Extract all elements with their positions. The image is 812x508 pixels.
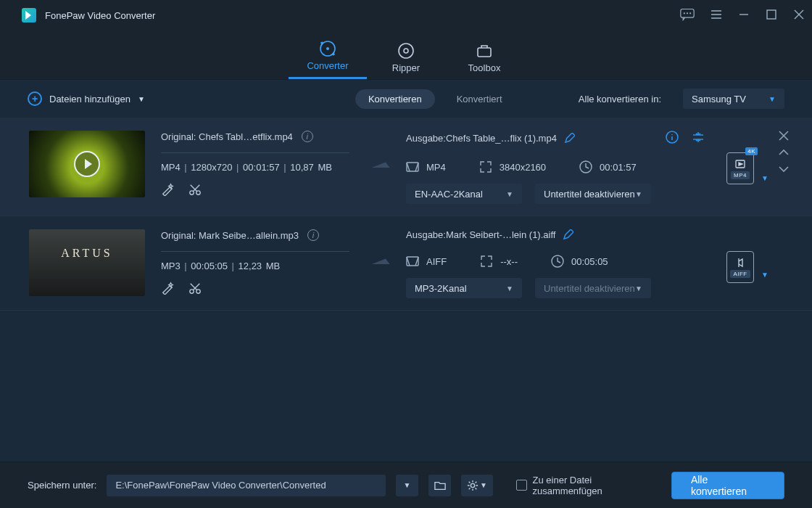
tab-toolbox[interactable]: Toolbox (445, 39, 523, 79)
move-up-icon[interactable] (779, 147, 789, 160)
merge-checkbox[interactable]: Zu einer Datei zusammenfügen (516, 475, 661, 496)
plus-icon: + (28, 91, 42, 106)
media-item[interactable]: Original: Mark Seibe…allein.mp3 i MP300:… (0, 216, 812, 311)
title-bar: FonePaw Video Converter (0, 0, 812, 30)
subtab-convert[interactable]: Konvertieren (355, 89, 435, 109)
output-preset-select[interactable]: Samsung TV ▼ (683, 89, 784, 109)
arrow-icon (362, 131, 406, 204)
rename-icon[interactable] (564, 133, 575, 144)
convert-all-label: Alle konvertieren (691, 474, 765, 497)
duration-icon (551, 255, 564, 268)
svg-point-1 (684, 12, 684, 13)
tab-converter[interactable]: Converter (289, 37, 367, 79)
sub-toolbar: + Dateien hinzufügen ▼ Konvertieren Konv… (0, 80, 812, 118)
divider (161, 251, 349, 252)
output-resolution: 3840x2160 (500, 162, 546, 173)
bottom-bar: Speichern unter: E:\FonePaw\FonePaw Vide… (0, 462, 812, 508)
chevron-down-icon[interactable]: ▼ (761, 174, 768, 182)
svg-rect-9 (478, 48, 491, 57)
output-path-field[interactable]: E:\FonePaw\FonePaw Video Converter\Conve… (107, 475, 385, 496)
output-filename: Ausgabe:Mark Seibert-…lein (1).aiff (406, 229, 555, 240)
tab-converter-label: Converter (289, 60, 367, 71)
output-resolution: --x-- (500, 256, 518, 267)
arrow-icon (362, 229, 406, 298)
subtab-converted[interactable]: Konvertiert (457, 94, 502, 105)
settings-button[interactable]: ▼ (461, 475, 492, 496)
svg-point-2 (687, 12, 688, 13)
output-format: MP4 (426, 162, 446, 173)
svg-point-7 (399, 44, 413, 58)
app-brand: FonePaw Video Converter (22, 8, 155, 22)
audio-track-select[interactable]: MP3-2Kanal▼ (406, 278, 522, 298)
resolution-icon (480, 255, 493, 268)
output-preset-value: Samsung TV (692, 94, 746, 105)
feedback-icon[interactable] (680, 8, 695, 23)
play-icon[interactable] (74, 151, 100, 177)
original-filename: Original: Mark Seibe…allein.mp3 (161, 230, 299, 241)
merge-label: Zu einer Datei zusammenfügen (533, 475, 661, 496)
chevron-down-icon: ▼ (768, 95, 776, 103)
trim-icon[interactable] (188, 183, 202, 198)
format-badge[interactable]: 4K MP4 (726, 152, 754, 184)
svg-point-6 (326, 47, 329, 50)
compress-icon[interactable] (692, 131, 705, 146)
rename-icon[interactable] (563, 229, 573, 240)
output-duration: 00:05:05 (571, 256, 608, 267)
source-metadata: MP41280x72000:01:5710,87 MB (161, 162, 362, 173)
source-metadata: MP300:05:0512,23 MB (161, 261, 362, 271)
output-path-value: E:\FonePaw\FonePaw Video Converter\Conve… (115, 480, 326, 491)
effects-icon[interactable] (161, 282, 174, 297)
convert-all-button[interactable]: Alle konvertieren (671, 472, 784, 499)
checkbox-icon (516, 480, 527, 491)
format-band: AIFF (730, 270, 750, 278)
save-under-label: Speichern unter: (28, 480, 96, 491)
resolution-icon (479, 160, 492, 173)
duration-icon (579, 160, 592, 173)
move-down-icon[interactable] (779, 164, 789, 176)
effects-icon[interactable] (161, 183, 174, 198)
output-format: AIFF (426, 256, 447, 267)
add-files-button[interactable]: + Dateien hinzufügen ▼ (28, 91, 145, 106)
media-info-icon[interactable] (666, 131, 679, 146)
svg-point-8 (404, 49, 408, 53)
svg-rect-4 (767, 10, 776, 19)
format-icon (406, 160, 419, 173)
path-dropdown-button[interactable]: ▼ (396, 475, 418, 496)
remove-item-icon[interactable] (779, 131, 789, 143)
thumbnail[interactable] (29, 131, 145, 197)
close-icon[interactable] (793, 9, 805, 22)
output-duration: 00:01:57 (600, 162, 637, 173)
svg-point-3 (690, 12, 691, 13)
tab-ripper[interactable]: Ripper (367, 39, 445, 79)
media-list: Original: Chefs Tabl…etflix.mp4 i MP4128… (0, 118, 812, 462)
audio-track-select[interactable]: EN-AAC-2Kanal▼ (406, 184, 522, 204)
divider (161, 152, 349, 153)
original-filename: Original: Chefs Tabl…etflix.mp4 (161, 131, 293, 142)
thumbnail[interactable] (29, 229, 145, 296)
maximize-icon[interactable] (766, 9, 777, 22)
open-folder-button[interactable] (428, 475, 451, 496)
chevron-down-icon[interactable]: ▼ (761, 271, 768, 279)
convert-all-to-label: Alle konvertieren in: (579, 94, 661, 105)
format-icon (406, 255, 419, 268)
chevron-down-icon: ▼ (138, 95, 145, 103)
menu-icon[interactable] (710, 9, 722, 22)
minimize-icon[interactable] (738, 9, 750, 22)
svg-point-20 (471, 483, 475, 487)
format-badge[interactable]: AIFF (726, 251, 754, 283)
info-icon[interactable]: i (307, 229, 319, 241)
format-band: MP4 (731, 171, 750, 179)
tab-ripper-label: Ripper (367, 62, 445, 73)
media-item[interactable]: Original: Chefs Tabl…etflix.mp4 i MP4128… (0, 118, 812, 216)
info-icon[interactable]: i (302, 131, 313, 142)
quality-tag: 4K (745, 147, 758, 155)
subtitle-select[interactable]: Untertitel deaktivieren▼ (535, 278, 651, 298)
tab-toolbox-label: Toolbox (445, 62, 523, 73)
app-logo-icon (22, 8, 36, 22)
trim-icon[interactable] (188, 282, 202, 297)
add-files-label: Dateien hinzufügen (49, 94, 130, 105)
app-title: FonePaw Video Converter (45, 10, 155, 21)
subtitle-select[interactable]: Untertitel deaktivieren▼ (535, 184, 651, 204)
main-tabs: Converter Ripper Toolbox (0, 30, 812, 80)
output-filename: Ausgabe:Chefs Table_…flix (1).mp4 (406, 133, 557, 144)
